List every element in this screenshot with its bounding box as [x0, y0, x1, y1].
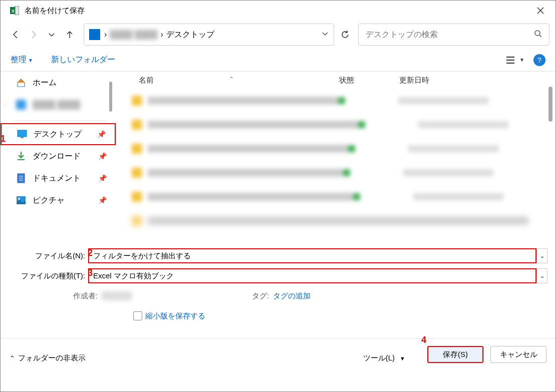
filetype-select[interactable]: Excel マクロ有効ブック [88, 268, 536, 283]
view-options-button[interactable]: ▼ [506, 56, 524, 64]
sidebar-item-desktop[interactable]: デスクトップ 📌 [1, 123, 116, 145]
filename-row: 2 ファイル名(N): フィルターをかけて抽出する ⌄ [21, 246, 547, 266]
filename-input[interactable]: フィルターをかけて抽出する [88, 248, 536, 263]
desktop-icon [17, 129, 28, 140]
author-value [102, 291, 132, 300]
file-row[interactable] [125, 209, 555, 233]
help-button[interactable]: ? [533, 54, 545, 66]
column-date[interactable]: 更新日時 [399, 76, 499, 85]
sidebar-item-label: ピクチャ [33, 195, 65, 206]
refresh-button[interactable] [336, 26, 354, 44]
column-name[interactable]: 名前 [139, 76, 339, 85]
column-status[interactable]: 状態 [339, 76, 399, 85]
sidebar-item-label: ダウンロード [33, 151, 81, 162]
sidebar-item-documents[interactable]: ドキュメント 📌 [1, 167, 116, 189]
annotation-2: 2 [88, 248, 93, 258]
forward-button[interactable] [25, 26, 43, 44]
svg-text:X: X [12, 9, 15, 14]
sidebar: 1 ホーム › ████ ████ デスクトップ 📌 ダウンロード 📌 ドキュメ… [1, 72, 116, 241]
thumbnail-label: 縮小版を保存する [145, 311, 205, 321]
search-icon [534, 30, 542, 40]
back-button[interactable] [7, 26, 25, 44]
hide-folders-button[interactable]: ⌃ フォルダーの非表示 [10, 353, 86, 363]
excel-icon: X [10, 6, 20, 16]
filename-label: ファイル名(N): [21, 251, 88, 261]
file-list-header: 名前 状態 更新日時 [125, 72, 555, 89]
filetype-row: 3 ファイルの種類(T): Excel マクロ有効ブック ⌄ [21, 266, 547, 286]
tools-menu[interactable]: ツール(L)▼ [363, 353, 405, 363]
sidebar-item-pictures[interactable]: ピクチャ 📌 [1, 189, 116, 211]
thumbnail-row: 縮小版を保存する [21, 306, 547, 326]
sidebar-item-label: ドキュメント [33, 173, 81, 184]
cancel-button[interactable]: キャンセル [490, 346, 546, 363]
sidebar-divider [15, 121, 107, 121]
folder-icon [132, 144, 142, 154]
folder-icon [132, 168, 142, 178]
up-button[interactable] [61, 26, 79, 44]
file-row[interactable] [125, 113, 555, 137]
svg-rect-11 [21, 137, 24, 138]
search-input[interactable] [366, 30, 534, 39]
search-box[interactable] [358, 24, 549, 46]
organize-menu[interactable]: 整理▼ [11, 55, 33, 65]
sidebar-item-label: ████ ████ [33, 100, 80, 109]
toolbar: 整理▼ 新しいフォルダー ▼ ? [1, 49, 555, 72]
annotation-4: 4 [421, 335, 426, 345]
filetype-dropdown[interactable]: ⌄ [536, 268, 547, 283]
breadcrumb-sep: › [160, 30, 163, 39]
navbar: › ████ ████ › デスクトップ [1, 21, 555, 49]
sidebar-item-home[interactable]: ホーム [1, 72, 116, 94]
meta-row: 作成者: タグ: タグの追加 [21, 286, 547, 306]
footer: ⌃ フォルダーの非表示 ツール(L)▼ 4 保存(S) キャンセル [1, 338, 555, 370]
close-button[interactable] [529, 3, 551, 18]
location-icon [89, 29, 100, 40]
annotation-3: 3 [88, 268, 93, 278]
svg-rect-10 [18, 130, 27, 137]
thumbnail-checkbox[interactable] [133, 311, 142, 320]
filename-dropdown[interactable]: ⌄ [536, 248, 547, 263]
sidebar-item-user[interactable]: › ████ ████ [1, 94, 116, 116]
folder-icon [132, 216, 142, 226]
file-row[interactable] [125, 137, 555, 161]
svg-point-18 [18, 198, 20, 200]
address-bar[interactable]: › ████ ████ › デスクトップ [84, 24, 334, 46]
svg-point-5 [535, 31, 540, 36]
file-row[interactable] [125, 185, 555, 209]
main-area: 1 ホーム › ████ ████ デスクトップ 📌 ダウンロード 📌 ドキュメ… [1, 72, 555, 241]
new-folder-button[interactable]: 新しいフォルダー [51, 55, 115, 65]
document-icon [16, 173, 27, 184]
sidebar-item-label: デスクトップ [34, 129, 82, 140]
user-icon [16, 99, 27, 110]
filetype-label: ファイルの種類(T): [21, 271, 88, 281]
history-dropdown[interactable] [43, 26, 61, 44]
annotation-1: 1 [1, 134, 6, 144]
pin-icon: 📌 [97, 130, 106, 138]
svg-rect-1 [15, 6, 19, 15]
download-icon [16, 151, 27, 162]
form-area: 2 ファイル名(N): フィルターをかけて抽出する ⌄ 3 ファイルの種類(T)… [1, 241, 555, 329]
titlebar: X 名前を付けて保存 [1, 1, 555, 21]
breadcrumb-current: デスクトップ [166, 30, 214, 40]
pictures-icon [16, 195, 27, 206]
address-chevron-icon[interactable] [322, 30, 329, 39]
breadcrumb-sep: › [104, 30, 107, 39]
home-icon [16, 77, 27, 88]
file-list: 名前 状態 更新日時 [116, 72, 555, 241]
folder-icon [132, 120, 142, 130]
file-row[interactable] [125, 161, 555, 185]
pin-icon: 📌 [98, 174, 107, 182]
folder-icon [132, 96, 142, 106]
window-title: 名前を付けて保存 [25, 6, 529, 16]
tag-add-link[interactable]: タグの追加 [273, 291, 311, 301]
file-row[interactable] [125, 89, 555, 113]
pin-icon: 📌 [98, 152, 107, 160]
breadcrumb-blurred: ████ ████ [110, 30, 157, 39]
author-label: 作成者: [61, 291, 98, 301]
chevron-right-icon: › [5, 101, 7, 108]
chevron-up-icon: ⌃ [10, 354, 15, 362]
save-button[interactable]: 保存(S) [427, 346, 483, 363]
pin-icon: 📌 [98, 196, 107, 204]
svg-line-6 [539, 35, 541, 37]
sidebar-item-downloads[interactable]: ダウンロード 📌 [1, 145, 116, 167]
tag-label: タグ: [252, 291, 269, 301]
